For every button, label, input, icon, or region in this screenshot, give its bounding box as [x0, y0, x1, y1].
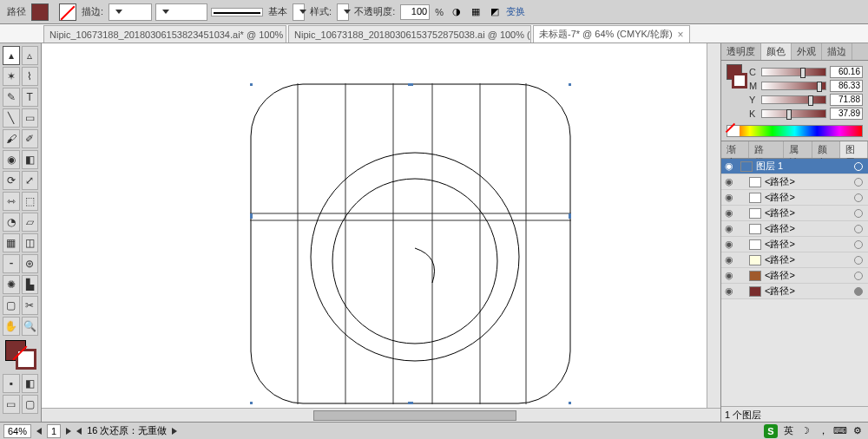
target-icon[interactable] [854, 256, 863, 265]
canvas[interactable] [42, 43, 720, 408]
layer-row[interactable]: ◉<路径> [721, 221, 868, 237]
transform-link[interactable]: 变换 [506, 5, 525, 18]
screen-mode[interactable]: ▭ [3, 395, 20, 414]
slider-value[interactable]: 86.33 [830, 80, 863, 92]
fill-stroke-well[interactable] [3, 340, 37, 370]
document-tab[interactable]: Nipic_10673188_20180306153823451034.ai* … [43, 25, 286, 43]
panel-stroke-swatch[interactable] [732, 73, 747, 88]
type-tool[interactable]: T [22, 88, 39, 107]
change-screen[interactable]: ▢ [22, 395, 39, 414]
panel-tab[interactable]: 颜色 [812, 141, 840, 158]
symbol-sprayer-tool[interactable]: ✺ [3, 275, 20, 294]
moon-icon[interactable]: ☽ [799, 424, 812, 438]
stroke-swatch[interactable] [59, 3, 76, 21]
layer-name[interactable]: <路径> [765, 269, 849, 282]
layer-row[interactable]: ◉<路径> [721, 268, 868, 284]
align-icon[interactable]: ▦ [468, 4, 483, 20]
panel-tab[interactable]: 颜色 [761, 43, 792, 60]
eraser-tool[interactable]: ◧ [22, 150, 39, 169]
color-mode[interactable]: ▪ [3, 374, 20, 393]
blob-brush-tool[interactable]: ◉ [3, 150, 20, 169]
undo-prev-icon[interactable] [76, 428, 82, 435]
gradient-mode[interactable]: ◧ [22, 374, 39, 393]
panel-tab[interactable]: 透明度 [721, 43, 761, 60]
keyboard-icon[interactable]: ⌨ [833, 424, 847, 438]
target-icon[interactable] [854, 162, 863, 171]
artwork[interactable] [250, 83, 571, 404]
layer-name[interactable]: 图层 1 [756, 160, 849, 173]
rectangle-tool[interactable]: ▭ [22, 108, 39, 128]
visibility-icon[interactable]: ◉ [721, 207, 737, 219]
close-icon[interactable]: × [678, 29, 684, 41]
layer-row[interactable]: ◉<路径> [721, 206, 868, 221]
mesh-tool[interactable]: ▦ [3, 233, 20, 252]
visibility-icon[interactable]: ◉ [721, 285, 737, 297]
ime-icon[interactable]: S [764, 424, 778, 438]
slice-tool[interactable]: ✂ [22, 296, 39, 315]
panel-tab[interactable]: 外观 [792, 43, 822, 60]
visibility-icon[interactable]: ◉ [721, 270, 737, 281]
panel-tab[interactable]: 路径... [749, 141, 784, 158]
layer-row[interactable]: ◉ 图层 1 [721, 159, 868, 174]
recolor-icon[interactable]: ◑ [449, 4, 464, 20]
pencil-tool[interactable]: ✐ [22, 129, 39, 148]
brush-preview[interactable] [211, 8, 263, 16]
target-icon[interactable] [854, 225, 863, 233]
layer-name[interactable]: <路径> [765, 175, 849, 188]
paintbrush-tool[interactable]: 🖌 [3, 129, 20, 148]
ime-lang[interactable]: 英 [781, 424, 795, 438]
stroke-weight-dropdown[interactable] [108, 3, 152, 21]
layer-name[interactable]: <路径> [765, 238, 849, 251]
target-icon[interactable] [854, 272, 863, 280]
target-icon[interactable] [854, 287, 863, 296]
slider-bar[interactable] [761, 109, 826, 118]
layer-name[interactable]: <路径> [765, 222, 849, 235]
visibility-icon[interactable]: ◉ [721, 239, 737, 250]
rotate-tool[interactable]: ⟳ [3, 171, 20, 190]
target-icon[interactable] [854, 193, 863, 202]
opacity-input[interactable]: 100 [400, 4, 430, 20]
scrollbar-thumb[interactable] [313, 410, 517, 421]
visibility-icon[interactable]: ◉ [721, 192, 737, 203]
visibility-icon[interactable]: ◉ [721, 223, 737, 234]
next-page-icon[interactable] [66, 428, 71, 435]
selection-tool[interactable]: ▴ [3, 46, 20, 65]
var-width-dropdown[interactable] [155, 3, 207, 21]
target-icon[interactable] [854, 240, 863, 249]
panel-tab[interactable]: 图层 [840, 141, 868, 158]
page-input[interactable]: 1 [47, 424, 61, 438]
prev-page-icon[interactable] [36, 428, 42, 435]
magic-wand-tool[interactable]: ✶ [3, 67, 20, 86]
layer-name[interactable]: <路径> [765, 285, 849, 298]
slider-bar[interactable] [761, 68, 826, 76]
zoom-tool[interactable]: 🔍 [22, 317, 39, 336]
artboard-tool[interactable]: ▢ [3, 296, 20, 315]
blend-tool[interactable]: ⊛ [22, 254, 39, 273]
visibility-icon[interactable]: ◉ [721, 254, 737, 265]
style-dropdown[interactable] [337, 3, 349, 21]
layer-name[interactable]: <路径> [765, 206, 849, 220]
layer-name[interactable]: <路径> [765, 253, 849, 266]
visibility-icon[interactable]: ◉ [721, 161, 737, 172]
free-transform-tool[interactable]: ⬚ [22, 192, 39, 211]
perspective-tool[interactable]: ▱ [22, 213, 39, 232]
scrollbar-horizontal[interactable] [42, 408, 720, 422]
document-tab[interactable]: 未标题-7* @ 64% (CMYK/轮廓)× [533, 25, 690, 43]
panel-tab[interactable]: 渐变 [721, 141, 749, 158]
document-tab[interactable]: Nipic_10673188_20180306153752875038.ai @… [288, 25, 531, 43]
layer-row[interactable]: ◉<路径> [721, 252, 868, 268]
scale-tool[interactable]: ⤢ [22, 171, 39, 190]
lasso-tool[interactable]: ⌇ [22, 67, 39, 86]
comma-icon[interactable]: ， [816, 424, 830, 438]
slider-value[interactable]: 37.89 [830, 108, 863, 120]
width-tool[interactable]: ⇿ [3, 192, 20, 211]
panel-tab[interactable]: 描边 [822, 43, 852, 60]
target-icon[interactable] [854, 178, 863, 187]
shape-builder-tool[interactable]: ◔ [3, 213, 20, 232]
slider-bar[interactable] [761, 82, 826, 90]
eyedropper-tool[interactable]: ⁃ [3, 254, 20, 273]
direct-selection-tool[interactable]: ▵ [22, 46, 39, 65]
gear-icon[interactable]: ⚙ [851, 424, 865, 438]
graph-tool[interactable]: ▙ [22, 275, 39, 294]
target-icon[interactable] [854, 209, 863, 218]
